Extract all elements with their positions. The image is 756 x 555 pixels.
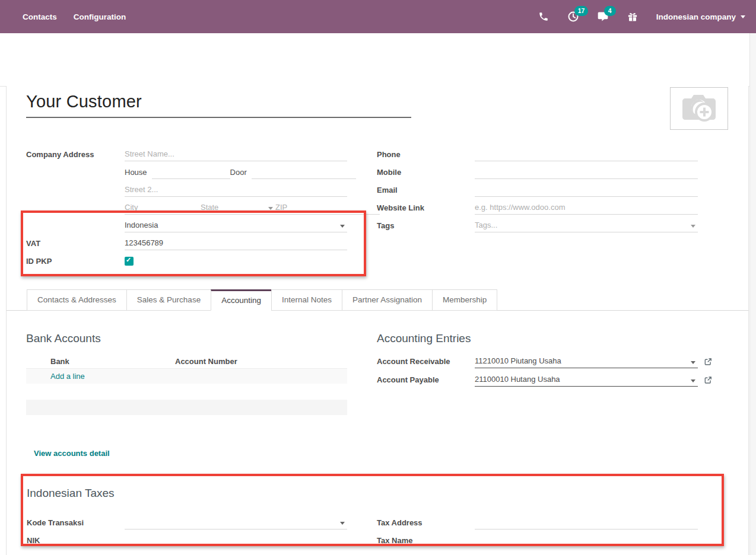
tab-contacts-addresses[interactable]: Contacts & Addresses (27, 289, 127, 311)
account-receivable-select[interactable] (475, 355, 698, 368)
contact-form-page: Contacts Configuration 17 4 (0, 0, 756, 555)
tab-internal-notes[interactable]: Internal Notes (271, 289, 342, 311)
external-link-icon[interactable] (704, 358, 712, 366)
chevron-down-icon[interactable] (340, 522, 345, 525)
email-row: Email (377, 181, 698, 199)
account-receivable-input[interactable] (475, 355, 698, 368)
mobile-input[interactable] (475, 165, 698, 179)
house-input[interactable] (152, 165, 230, 179)
tab-accounting[interactable]: Accounting (211, 289, 272, 311)
company-switcher[interactable]: Indonesian company (656, 12, 745, 21)
id-pkp-label: ID PKP (26, 257, 125, 266)
id-pkp-checkbox[interactable] (125, 257, 134, 266)
kode-transaksi-select[interactable] (125, 516, 347, 530)
door-input[interactable] (252, 165, 356, 179)
account-payable-label: Account Payable (377, 375, 475, 384)
taxes-right-column: Tax Address Tax Name (377, 513, 698, 549)
accounting-entries-heading: Accounting Entries (377, 332, 721, 345)
address-column: Company Address House Door (26, 145, 347, 270)
street-row: Company Address (26, 145, 347, 163)
add-line-link[interactable]: Add a line (50, 372, 85, 381)
chevron-down-icon[interactable] (691, 361, 695, 364)
state-input[interactable] (201, 201, 315, 215)
account-receivable-row: Account Receivable (377, 352, 721, 371)
bank-accounts-section: Bank Accounts Bank Account Number Add a … (26, 332, 347, 415)
accounting-entries-section: Accounting Entries Account Receivable Ac… (377, 332, 721, 389)
vat-row: VAT (26, 234, 347, 252)
city-input[interactable] (125, 201, 201, 215)
tax-name-row: Tax Name (377, 531, 698, 549)
empty-table-band (26, 400, 347, 415)
city-state-zip-row (26, 199, 347, 216)
nik-label: NIK (27, 536, 125, 545)
chevron-down-icon[interactable] (691, 379, 695, 382)
view-accounts-detail-link[interactable]: View accounts detail (34, 449, 110, 458)
phone-label: Phone (377, 150, 475, 159)
nav-menu: Contacts Configuration (0, 12, 126, 21)
activities-icon[interactable]: 17 (567, 11, 579, 23)
tab-partner-assignation[interactable]: Partner Assignation (342, 289, 433, 311)
website-label: Website Link (377, 203, 475, 212)
vat-input[interactable] (125, 237, 347, 250)
website-row: Website Link (377, 199, 698, 216)
nav-systray: 17 4 Indonesian company (538, 0, 745, 33)
street-input[interactable] (125, 148, 347, 161)
account-payable-select[interactable] (475, 373, 698, 387)
tags-input[interactable] (475, 219, 698, 232)
id-pkp-row: ID PKP (26, 252, 347, 270)
indonesian-taxes-heading: Indonesian Taxes (27, 487, 115, 500)
tags-label: Tags (377, 221, 475, 230)
vat-label: VAT (26, 239, 125, 248)
account-payable-row: Account Payable (377, 371, 721, 389)
street2-input[interactable] (125, 183, 347, 197)
account-receivable-label: Account Receivable (377, 357, 475, 366)
gift-icon[interactable] (627, 11, 639, 23)
tab-sales-purchase[interactable]: Sales & Purchase (126, 289, 211, 311)
chevron-down-icon[interactable] (691, 225, 695, 228)
tax-name-label: Tax Name (377, 536, 475, 545)
tax-address-label: Tax Address (377, 518, 475, 527)
menu-contacts[interactable]: Contacts (23, 12, 57, 21)
column-account-number: Account Number (175, 357, 237, 366)
top-navbar: Contacts Configuration 17 4 (0, 0, 756, 33)
phone-icon[interactable] (538, 11, 549, 23)
country-input[interactable] (125, 219, 347, 232)
column-bank: Bank (50, 357, 175, 366)
scrollbar[interactable] (749, 33, 756, 555)
company-address-label: Company Address (26, 150, 125, 159)
page-title: Your Customer (26, 92, 411, 111)
chevron-down-icon[interactable] (268, 207, 273, 210)
activity-count-badge: 17 (574, 6, 589, 16)
phone-row: Phone (377, 145, 698, 163)
bank-accounts-heading: Bank Accounts (26, 332, 347, 345)
phone-input[interactable] (475, 148, 698, 161)
account-payable-input[interactable] (475, 373, 698, 387)
camera-plus-icon (679, 92, 719, 125)
kode-transaksi-input[interactable] (125, 516, 347, 530)
email-label: Email (377, 186, 475, 194)
mobile-label: Mobile (377, 168, 475, 177)
email-input[interactable] (475, 183, 698, 197)
tax-address-row: Tax Address (377, 513, 698, 531)
chevron-down-icon[interactable] (340, 225, 345, 228)
menu-configuration[interactable]: Configuration (74, 12, 126, 21)
country-select[interactable] (125, 219, 347, 232)
tab-membership[interactable]: Membership (432, 289, 497, 311)
country-row (26, 216, 347, 234)
state-select[interactable] (201, 201, 275, 215)
house-door-row: House Door (26, 163, 347, 181)
add-line-row: Add a line (26, 369, 347, 384)
mobile-row: Mobile (377, 163, 698, 181)
notebook-tabs: Contacts & Addresses Sales & Purchase Ac… (27, 289, 497, 311)
bank-accounts-table: Bank Account Number Add a line (26, 355, 347, 415)
website-input[interactable] (475, 201, 698, 215)
external-link-icon[interactable] (704, 376, 712, 384)
tags-select[interactable] (475, 219, 698, 232)
door-label: Door (230, 168, 247, 177)
image-upload-box[interactable] (670, 87, 728, 130)
tax-address-input[interactable] (475, 516, 698, 530)
partner-name-field[interactable]: Your Customer (26, 92, 411, 118)
message-count-badge: 4 (604, 6, 616, 16)
messages-icon[interactable]: 4 (597, 11, 609, 23)
tags-row: Tags (377, 216, 698, 234)
